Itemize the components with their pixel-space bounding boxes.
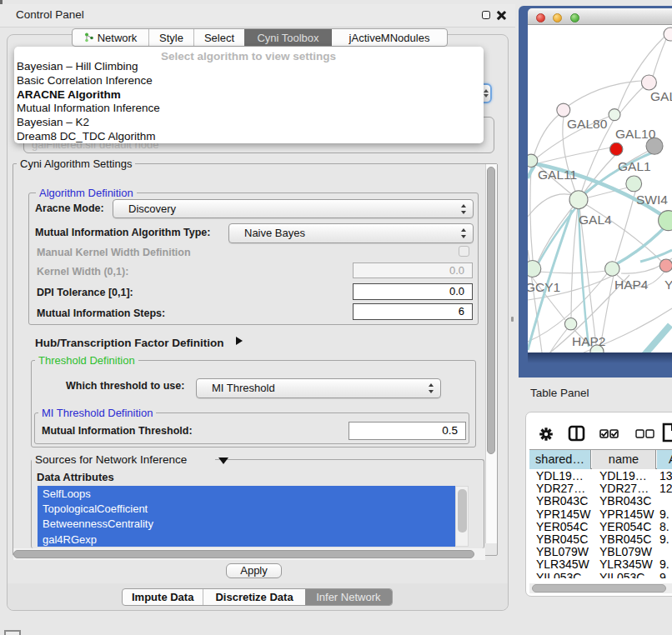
svg-text:HAP4: HAP4	[614, 278, 649, 292]
svg-text:GAL10: GAL10	[615, 127, 656, 141]
svg-text:GAL80: GAL80	[567, 117, 608, 131]
svg-text:GAL4: GAL4	[579, 212, 612, 227]
svg-text:GAL11: GAL11	[538, 168, 577, 182]
svg-text:GAL1: GAL1	[618, 159, 651, 173]
svg-text:Y: Y	[664, 278, 672, 292]
svg-text:GCY1: GCY1	[528, 280, 560, 294]
svg-text:SWI4: SWI4	[636, 192, 668, 207]
svg-text:GAL7: GAL7	[650, 89, 672, 103]
svg-text:HAP2: HAP2	[572, 334, 606, 348]
